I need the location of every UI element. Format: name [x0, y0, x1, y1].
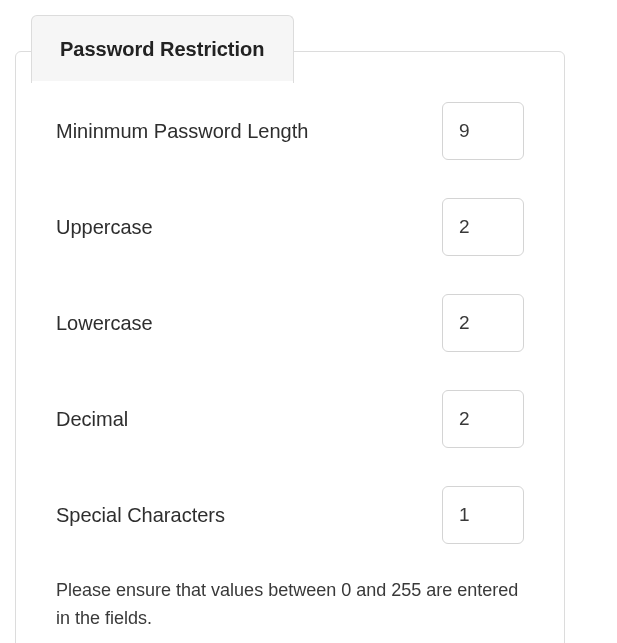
helper-text: Please ensure that values between 0 and … [56, 577, 524, 633]
tab-password-restriction[interactable]: Password Restriction [31, 15, 294, 83]
field-row-min-length: Mininmum Password Length [56, 102, 524, 160]
input-decimal[interactable] [442, 390, 524, 448]
input-special[interactable] [442, 486, 524, 544]
input-lowercase[interactable] [442, 294, 524, 352]
input-uppercase[interactable] [442, 198, 524, 256]
label-special: Special Characters [56, 504, 225, 527]
field-row-lowercase: Lowercase [56, 294, 524, 352]
label-decimal: Decimal [56, 408, 128, 431]
input-min-length[interactable] [442, 102, 524, 160]
label-uppercase: Uppercase [56, 216, 153, 239]
field-row-decimal: Decimal [56, 390, 524, 448]
label-lowercase: Lowercase [56, 312, 153, 335]
field-row-special: Special Characters [56, 486, 524, 544]
field-row-uppercase: Uppercase [56, 198, 524, 256]
password-restriction-panel: Mininmum Password Length Uppercase Lower… [15, 51, 565, 643]
tab-label: Password Restriction [60, 38, 265, 60]
password-restriction-tabs: Password Restriction Mininmum Password L… [15, 15, 602, 643]
label-min-length: Mininmum Password Length [56, 120, 308, 143]
